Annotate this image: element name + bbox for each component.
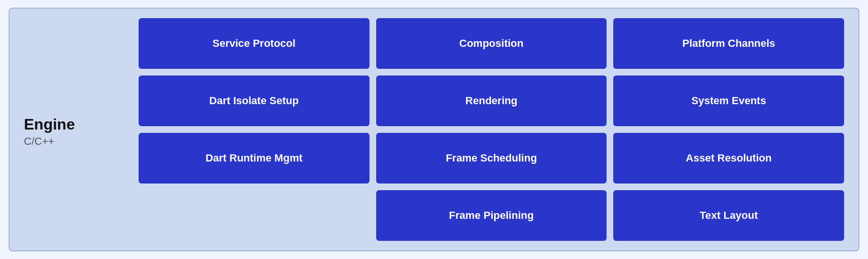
grid-cell-system-events[interactable]: System Events	[613, 76, 844, 126]
grid-cell-label-composition: Composition	[459, 37, 523, 50]
grid-cell-label-text-layout: Text Layout	[700, 209, 758, 222]
grid-cell-dart-runtime-mgmt[interactable]: Dart Runtime Mgmt	[139, 133, 369, 183]
grid-cell-asset-resolution[interactable]: Asset Resolution	[613, 133, 844, 183]
grid-cell-label-dart-runtime-mgmt: Dart Runtime Mgmt	[206, 152, 303, 164]
engine-subtitle: C/C++	[24, 135, 129, 148]
grid-cell-frame-scheduling[interactable]: Frame Scheduling	[376, 133, 607, 183]
grid-cell-label-system-events: System Events	[691, 95, 766, 107]
engine-title: Engine	[24, 116, 129, 133]
grid-cell-text-layout[interactable]: Text Layout	[613, 190, 844, 241]
grid-cell-frame-pipelining[interactable]: Frame Pipelining	[376, 190, 607, 241]
grid-cell-rendering[interactable]: Rendering	[376, 76, 607, 126]
grid-cell-label-service-protocol: Service Protocol	[213, 37, 296, 50]
grid-cell-label-frame-scheduling: Frame Scheduling	[446, 152, 537, 164]
grid-cell-composition[interactable]: Composition	[376, 18, 607, 69]
main-container: Engine C/C++ Service ProtocolComposition…	[9, 8, 859, 251]
engine-label-section: Engine C/C++	[24, 111, 129, 147]
grid-cell-platform-channels[interactable]: Platform Channels	[613, 18, 844, 69]
grid-cell-label-dart-isolate-setup: Dart Isolate Setup	[209, 95, 299, 107]
grid-cell-label-frame-pipelining: Frame Pipelining	[449, 209, 533, 222]
grid-cell-label-rendering: Rendering	[466, 95, 518, 107]
grid-cell-dart-isolate-setup[interactable]: Dart Isolate Setup	[139, 76, 369, 126]
grid-cell-empty	[139, 190, 369, 241]
grid-cell-label-platform-channels: Platform Channels	[682, 37, 775, 50]
feature-grid: Service ProtocolCompositionPlatform Chan…	[139, 18, 844, 241]
grid-cell-service-protocol[interactable]: Service Protocol	[139, 18, 369, 69]
grid-cell-label-asset-resolution: Asset Resolution	[686, 152, 772, 164]
